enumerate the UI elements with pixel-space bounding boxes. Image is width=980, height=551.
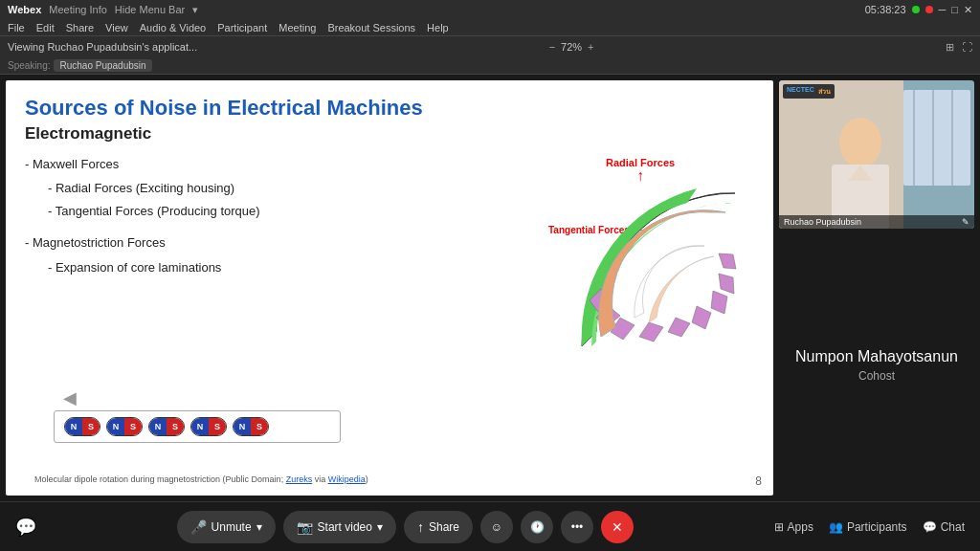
share-button[interactable]: ↑ Share — [404, 511, 473, 543]
svg-rect-4 — [951, 90, 953, 186]
status-dot-red — [925, 6, 933, 13]
page-number: 8 — [755, 474, 762, 488]
menu-bar: File Edit Share View Audio & Video Parti… — [0, 19, 980, 36]
magneto-caption: Molecular dipole rotation during magneto… — [34, 474, 368, 484]
close-icon[interactable]: ✕ — [964, 4, 972, 16]
zureks-link[interactable]: Zureks — [286, 474, 313, 484]
bottom-toolbar: 💬 🎤 Unmute ▾ 📷 Start video ▾ ↑ Share ☺ 🕐… — [0, 501, 980, 551]
meeting-info-link[interactable]: Meeting Info — [49, 4, 107, 15]
toolbar-right: ⊞ Apps 👥 Participants 💬 Chat — [774, 520, 965, 534]
person-bg — [779, 80, 974, 229]
reactions-button[interactable]: ☺ — [480, 511, 513, 543]
emoji-icon: ☺ — [491, 520, 502, 534]
info-bar: Viewing Ruchao Pupadubsin's applicat... … — [0, 36, 980, 57]
start-video-button[interactable]: 📷 Start video ▾ — [283, 511, 396, 543]
menu-participant[interactable]: Participant — [217, 22, 267, 33]
slide-area: Sources of Noise in Electrical Machines … — [6, 80, 773, 496]
toolbar-left: 💬 — [15, 517, 36, 538]
cohost-area: Numpon Mahayotsanun Cohost — [779, 229, 974, 501]
zoom-level: 72% — [561, 41, 582, 53]
magnet-4: N S — [190, 417, 227, 436]
video-overlay: NECTEC ส่วน — [783, 84, 970, 99]
nectec-logo: NECTEC ส่วน — [783, 84, 835, 99]
hide-menu-link[interactable]: Hide Menu Bar — [115, 4, 185, 15]
video-thumbnail: NECTEC ส่วน Ruchao Pupadubsin ✎ — [779, 80, 974, 229]
speaking-label: Speaking: — [8, 60, 50, 71]
viewing-title: Viewing Ruchao Pupadubsin's applicat... — [8, 41, 197, 53]
app-name: Webex — [8, 4, 41, 15]
video-person-name: Ruchao Pupadubsin — [784, 217, 861, 227]
slide-subtitle: Electromagnetic — [6, 124, 773, 153]
right-panel: NECTEC ส่วน Ruchao Pupadubsin ✎ Numpon M… — [779, 75, 980, 501]
pencil-icon: ✎ — [962, 217, 969, 227]
menu-view[interactable]: View — [105, 22, 128, 33]
toolbar-center: 🎤 Unmute ▾ 📷 Start video ▾ ↑ Share ☺ 🕐 •… — [177, 511, 634, 543]
slide-title: Sources of Noise in Electrical Machines — [6, 80, 773, 124]
reactions2-button[interactable]: 🕐 — [521, 511, 553, 543]
fullscreen-icon[interactable]: ⛶ — [962, 41, 972, 54]
apps-icon: ⊞ — [774, 520, 784, 534]
magnet-2: N S — [106, 417, 143, 436]
magnet-1: N S — [64, 417, 100, 436]
svg-rect-3 — [932, 90, 934, 186]
chat-icon: 💬 — [923, 520, 937, 534]
magneto-diagram: ◀ N S N S N S N S — [54, 387, 341, 443]
magnet-3: N S — [148, 417, 185, 436]
chevron-down-icon: ▾ — [256, 520, 262, 534]
restore-icon[interactable]: □ — [951, 4, 958, 15]
svg-rect-2 — [913, 90, 915, 186]
menu-share[interactable]: Share — [66, 22, 94, 33]
chat-bubble-icon[interactable]: 💬 — [15, 517, 36, 538]
zoom-minus[interactable]: − — [549, 41, 555, 53]
status-dot-green — [912, 6, 920, 13]
apps-button[interactable]: ⊞ Apps — [774, 520, 813, 534]
mic-icon: 🎤 — [190, 519, 207, 535]
motor-svg — [563, 174, 754, 356]
svg-point-6 — [839, 118, 881, 167]
menu-edit[interactable]: Edit — [36, 22, 55, 33]
clock: 05:38:23 — [865, 4, 906, 15]
chevron-down-icon-2: ▾ — [377, 520, 383, 534]
participants-button[interactable]: 👥 Participants — [829, 520, 907, 534]
menu-breakout[interactable]: Breakout Sessions — [327, 22, 415, 33]
magnet-5: N S — [233, 417, 269, 436]
video-name-bar: Ruchao Pupadubsin ✎ — [779, 215, 974, 229]
wikipedia-link[interactable]: Wikipedia — [328, 474, 366, 484]
speaking-person: Ruchao Pupadubsin — [54, 59, 151, 72]
magneto-arrow-left: ◀ — [63, 388, 77, 408]
menu-help[interactable]: Help — [427, 22, 449, 33]
zoom-plus[interactable]: + — [588, 41, 593, 53]
menu-audio-video[interactable]: Audio & Video — [140, 22, 207, 33]
share-icon: ↑ — [417, 519, 424, 535]
top-bar: Webex Meeting Info Hide Menu Bar ▾ 05:38… — [0, 0, 980, 19]
menu-meeting[interactable]: Meeting — [278, 22, 316, 33]
motor-diagram: Radial Forces ↑ Tangential Forces ← — [553, 157, 754, 367]
more-icon: ••• — [571, 520, 584, 534]
fit-icon[interactable]: ⊞ — [946, 41, 954, 54]
unmute-button[interactable]: 🎤 Unmute ▾ — [177, 511, 276, 543]
main-content: Sources of Noise in Electrical Machines … — [0, 75, 980, 501]
video-icon: 📷 — [297, 519, 313, 535]
minimize-icon[interactable]: ─ — [939, 4, 947, 15]
speaking-bar: Speaking: Ruchao Pupadubsin — [0, 57, 980, 75]
person-silhouette-svg — [779, 80, 974, 229]
end-icon: ✕ — [612, 519, 623, 535]
cohost-name: Numpon Mahayotsanun — [795, 348, 958, 365]
menu-file[interactable]: File — [8, 22, 25, 33]
cohost-role: Cohost — [858, 369, 895, 383]
participants-icon: 👥 — [829, 520, 843, 534]
chevron-down-icon: ▾ — [192, 4, 198, 16]
end-call-button[interactable]: ✕ — [601, 511, 634, 543]
clock-icon: 🕐 — [530, 520, 545, 534]
more-button[interactable]: ••• — [561, 511, 593, 543]
chat-button[interactable]: 💬 Chat — [923, 520, 965, 534]
